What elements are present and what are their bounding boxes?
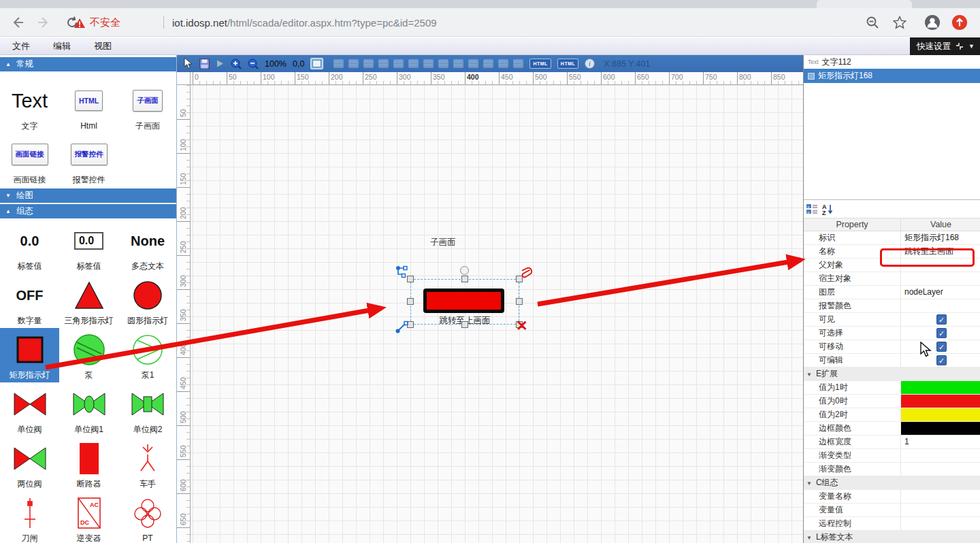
property-row-名称[interactable]: 名称跳转至主画面	[804, 245, 980, 259]
property-row-C组态[interactable]: C组态	[804, 476, 980, 490]
menu-item[interactable]: 文件	[12, 40, 30, 52]
property-value[interactable]	[900, 408, 980, 421]
palette-item-text-box[interactable]: 0.0标签值	[59, 219, 118, 274]
checkbox-checked-icon[interactable]: ✓	[936, 342, 947, 352]
security-warning[interactable]: 不安全	[74, 16, 120, 29]
checkbox-checked-icon[interactable]: ✓	[936, 355, 947, 365]
palette-item-knife-switch[interactable]: 刀闸	[0, 491, 59, 543]
categorized-view-icon[interactable]: ++	[806, 203, 819, 216]
delete-icon[interactable]: ✕	[516, 318, 528, 334]
palette-item-circle-indicator[interactable]: 圆形指示灯	[118, 274, 177, 328]
palette-item-button[interactable]: 报警控件报警控件	[59, 133, 118, 187]
selected-rect-indicator[interactable]	[423, 289, 504, 313]
info-icon[interactable]: i	[585, 59, 595, 69]
palette-item-triangle-indicator[interactable]: 三角形指示灯	[59, 274, 118, 328]
zoom-out-page-icon[interactable]	[864, 14, 881, 31]
browser-update-icon[interactable]	[951, 14, 968, 31]
property-row-宿主对象[interactable]: 宿主对象	[804, 272, 980, 286]
property-value[interactable]	[900, 422, 980, 435]
property-value[interactable]: ✓	[900, 327, 980, 340]
property-row-变量名称[interactable]: 变量名称	[804, 490, 980, 504]
property-row-E扩展[interactable]: E扩展	[804, 367, 980, 381]
palette-item-pt[interactable]: PT	[118, 491, 177, 543]
zoom-out-icon[interactable]	[248, 59, 259, 69]
property-value[interactable]: ✓	[900, 354, 980, 367]
palette-item-text[interactable]: 0.0标签值	[0, 219, 59, 274]
quick-settings-button[interactable]: 快速设置 ▼	[910, 37, 980, 55]
section-header-draw[interactable]: 绘图	[0, 188, 177, 203]
property-value[interactable]	[900, 449, 980, 462]
connector-in-icon[interactable]	[395, 320, 409, 335]
property-row-渐变类型[interactable]: 渐变类型	[804, 449, 980, 463]
property-row-边框颜色[interactable]: 边框颜色	[804, 422, 980, 435]
property-row-父对象[interactable]: 父对象	[804, 259, 980, 272]
profile-avatar-icon[interactable]	[924, 14, 941, 31]
zoom-in-icon[interactable]	[231, 59, 242, 69]
property-value[interactable]: ✓	[900, 340, 980, 353]
chevron-down-icon[interactable]: ▼	[968, 43, 975, 50]
palette-item-button[interactable]: HTMLHtml	[59, 79, 118, 133]
export-html-icon[interactable]: HTML	[529, 59, 551, 69]
color-swatch[interactable]	[901, 395, 980, 408]
property-row-可选择[interactable]: 可选择✓	[804, 327, 980, 340]
property-row-值为2时[interactable]: 值为2时	[804, 408, 980, 422]
property-row-值为0时[interactable]: 值为0时	[804, 395, 980, 408]
palette-item-button[interactable]: 子画面子画面	[118, 79, 177, 133]
menu-item[interactable]: 视图	[94, 40, 112, 52]
property-row-渐变颜色[interactable]: 渐变颜色	[804, 463, 980, 476]
property-row-变量值[interactable]: 变量值	[804, 504, 980, 517]
property-row-边框宽度[interactable]: 边框宽度1	[804, 435, 980, 449]
resize-handle-w[interactable]	[407, 298, 414, 305]
property-value[interactable]	[900, 272, 980, 285]
property-value[interactable]	[900, 259, 980, 272]
property-value[interactable]: 1	[900, 435, 980, 448]
import-html-icon[interactable]: HTML	[557, 59, 578, 69]
property-value[interactable]: nodeLayer	[900, 286, 980, 299]
color-swatch[interactable]	[901, 381, 980, 394]
tree-item-text112[interactable]: Text 文字112	[804, 55, 980, 69]
design-canvas[interactable]: 子画面 跳转至上画面 ✕	[191, 85, 803, 543]
property-value[interactable]	[900, 504, 980, 516]
checkbox-checked-icon[interactable]: ✓	[936, 314, 947, 325]
resize-handle-n[interactable]	[461, 276, 468, 282]
tree-item-rect-indicator168[interactable]: 矩形指示灯168	[804, 69, 980, 83]
section-header-widgets[interactable]: 组态	[0, 204, 177, 219]
connector-out-icon[interactable]	[395, 265, 409, 281]
color-swatch[interactable]	[901, 408, 980, 421]
property-row-L标签文本[interactable]: L标签文本	[804, 531, 980, 543]
palette-item-pump-outline[interactable]: 泵1	[118, 328, 177, 382]
checkbox-checked-icon[interactable]: ✓	[936, 328, 947, 338]
property-row-远程控制[interactable]: 远程控制	[804, 517, 980, 531]
property-value[interactable]: 跳转至主画面	[900, 245, 980, 258]
property-row-值为1时[interactable]: 值为1时	[804, 381, 980, 395]
property-value[interactable]	[900, 299, 980, 312]
preview-screen-icon[interactable]	[310, 58, 323, 69]
palette-item-lever[interactable]: 车手	[118, 437, 177, 491]
rotate-handle[interactable]	[460, 266, 469, 275]
property-row-可移动[interactable]: 可移动✓	[804, 340, 980, 354]
palette-item-button[interactable]: 画面链接画面链接	[0, 133, 59, 187]
property-row-图层[interactable]: 图层nodeLayer	[804, 286, 980, 299]
palette-item-text[interactable]: None多态文本	[118, 219, 177, 274]
palette-item-big-text[interactable]: Text文字	[0, 79, 59, 133]
property-value[interactable]	[900, 490, 980, 503]
property-value[interactable]	[900, 381, 980, 394]
palette-item-valve-green-ellipse[interactable]: 单位阀1	[59, 382, 118, 437]
property-row-报警颜色[interactable]: 报警颜色	[804, 299, 980, 313]
property-value[interactable]: 矩形指示灯168	[900, 231, 980, 244]
property-row-可见[interactable]: 可见✓	[804, 313, 980, 327]
resize-handle-e[interactable]	[516, 298, 523, 305]
palette-item-valve-red[interactable]: 单位阀	[0, 382, 59, 437]
palette-item-pump[interactable]: 泵	[59, 328, 118, 382]
resize-handle-s[interactable]	[461, 321, 468, 328]
property-value[interactable]	[900, 463, 980, 476]
palette-item-valve-two-color[interactable]: 两位阀	[0, 437, 59, 491]
alphabetical-sort-icon[interactable]: AZ	[821, 203, 834, 216]
property-value[interactable]	[900, 395, 980, 408]
palette-item-rect-indicator[interactable]: 矩形指示灯	[0, 328, 59, 382]
menu-item[interactable]: 编辑	[53, 40, 71, 52]
save-icon[interactable]	[199, 59, 210, 69]
color-swatch[interactable]	[901, 422, 980, 435]
property-row-标识[interactable]: 标识矩形指示灯168	[804, 231, 980, 245]
palette-item-valve-green-rect[interactable]: 单位阀2	[118, 382, 177, 437]
